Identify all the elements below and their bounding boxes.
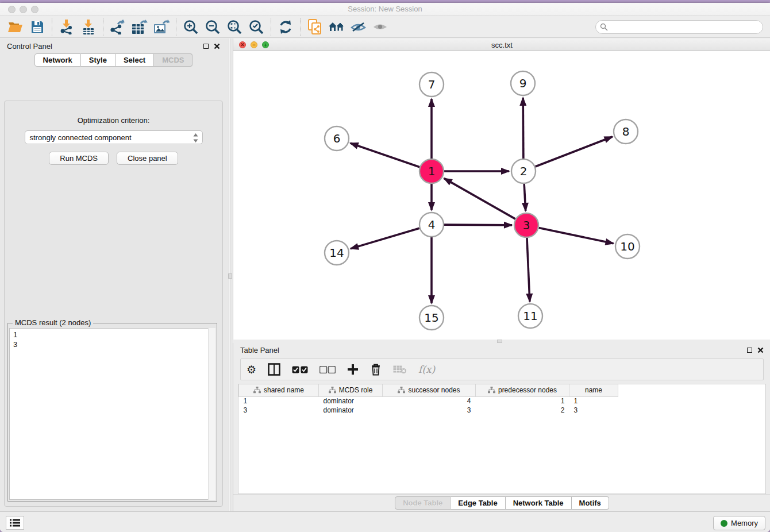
export-image-icon: [153, 20, 170, 34]
import-table-button[interactable]: [78, 18, 99, 36]
edge-3-1[interactable]: [444, 178, 515, 219]
houses-icon: [328, 21, 345, 33]
table-settings-button[interactable]: ⚙: [247, 364, 256, 375]
toolbar-separator: [103, 18, 103, 36]
table-panel-title: Table Panel: [240, 346, 279, 354]
node-3[interactable]: 3: [514, 213, 538, 237]
tab-node-table[interactable]: Node Table: [395, 496, 451, 510]
edge-2-9[interactable]: [523, 98, 523, 159]
titlebar: Session: New Session: [0, 3, 770, 16]
edge-1-6[interactable]: [351, 143, 420, 167]
window-title: Session: New Session: [0, 5, 770, 13]
mcds-result-text[interactable]: 1 3: [9, 328, 215, 500]
node-10[interactable]: 10: [615, 234, 640, 259]
task-history-button[interactable]: [6, 516, 24, 530]
function-builder-button: f(x): [418, 364, 435, 375]
tab-network[interactable]: Network: [34, 53, 81, 67]
tab-select[interactable]: Select: [116, 53, 154, 67]
run-mcds-button[interactable]: Run MCDS: [49, 152, 109, 165]
zoom-selected-icon: [249, 20, 264, 34]
zoom-out-icon: [205, 20, 220, 34]
edge-3-11[interactable]: [527, 238, 530, 302]
tab-edge-table[interactable]: Edge Table: [451, 496, 505, 510]
svg-text:4: 4: [428, 218, 436, 232]
tab-motifs[interactable]: Motifs: [572, 496, 609, 510]
select-all-columns-button[interactable]: [292, 366, 308, 373]
open-session-button[interactable]: [5, 18, 26, 36]
splitter-grip[interactable]: [228, 273, 232, 279]
control-panel: Control Panel NetworkStyleSelectMCDS Opt…: [0, 38, 227, 511]
node-1[interactable]: 1: [419, 159, 444, 183]
deselect-all-columns-button[interactable]: [319, 366, 336, 373]
table-row[interactable]: 3dominator323: [239, 406, 618, 415]
svg-text:14: 14: [329, 246, 344, 260]
edge-4-14[interactable]: [351, 228, 419, 249]
import-network-button[interactable]: [56, 18, 78, 36]
export-table-button[interactable]: [129, 18, 151, 36]
zoom-selected-button[interactable]: [245, 18, 267, 36]
column-header-MCDS-role[interactable]: MCDS role: [319, 384, 383, 396]
create-column-button[interactable]: [347, 364, 359, 375]
svg-text:15: 15: [424, 311, 438, 325]
node-6[interactable]: 6: [325, 126, 349, 151]
delete-column-button[interactable]: [370, 363, 382, 376]
edge-2-8[interactable]: [536, 137, 613, 167]
close-panel-icon[interactable]: [757, 347, 764, 353]
edge-2-3[interactable]: [524, 184, 526, 211]
node-2[interactable]: 2: [511, 159, 536, 183]
float-panel-icon[interactable]: [203, 44, 209, 49]
zoom-out-button[interactable]: [202, 18, 224, 36]
column-header-predecessor-nodes[interactable]: predecessor nodes: [476, 384, 569, 396]
tab-network-table[interactable]: Network Table: [506, 496, 572, 510]
hide-selected-button[interactable]: [348, 18, 369, 36]
optimization-criterion-label: Optimization criterion:: [5, 116, 222, 125]
svg-text:8: 8: [622, 125, 630, 138]
column-header-successor-nodes[interactable]: successor nodes: [383, 384, 476, 396]
column-header-name[interactable]: name: [569, 384, 618, 396]
close-panel-icon[interactable]: [214, 43, 220, 49]
zoom-in-button[interactable]: [180, 18, 202, 36]
result-scrollbar[interactable]: [208, 328, 215, 500]
table-row[interactable]: 1dominator411: [239, 396, 618, 406]
tree-icon: [488, 387, 495, 394]
node-4[interactable]: 4: [419, 213, 444, 237]
node-15[interactable]: 15: [419, 306, 444, 330]
svg-text:7: 7: [428, 78, 436, 91]
tab-style[interactable]: Style: [81, 53, 116, 67]
network-overview-button[interactable]: [304, 18, 326, 36]
save-session-button[interactable]: [26, 18, 48, 36]
tree-icon: [329, 387, 336, 394]
edge-4-3[interactable]: [444, 225, 512, 225]
list-icon: [10, 519, 20, 527]
network-graph[interactable]: 1234678910111415: [233, 51, 770, 340]
tab-mcds[interactable]: MCDS: [154, 53, 192, 67]
network-view-window: ✕ − ＋ scc.txt 1234678910111415: [233, 38, 770, 340]
home-layout-button[interactable]: [326, 18, 348, 36]
app-window: Session: New Session: [0, 3, 770, 532]
apply-layout-button[interactable]: [275, 18, 297, 36]
node-7[interactable]: 7: [419, 72, 444, 97]
close-panel-button[interactable]: Close panel: [117, 152, 178, 165]
export-image-button[interactable]: [151, 18, 172, 36]
criterion-dropdown[interactable]: strongly connected component: [25, 130, 203, 144]
svg-text:2: 2: [520, 164, 528, 178]
show-all-button[interactable]: [369, 18, 391, 36]
status-bar: Memory: [0, 511, 770, 532]
float-panel-icon[interactable]: [747, 348, 752, 353]
search-input[interactable]: [595, 20, 763, 34]
zoom-fit-button[interactable]: [224, 18, 245, 36]
zoom-fit-icon: [227, 20, 242, 34]
node-14[interactable]: 14: [325, 241, 349, 265]
node-9[interactable]: 9: [511, 71, 535, 95]
column-header-shared-name[interactable]: shared name: [239, 384, 319, 396]
node-11[interactable]: 11: [518, 304, 542, 328]
edge-3-10[interactable]: [539, 228, 614, 244]
show-columns-button[interactable]: [268, 363, 280, 376]
node-8[interactable]: 8: [614, 119, 638, 144]
memory-button[interactable]: Memory: [713, 516, 765, 530]
network-canvas[interactable]: 1234678910111415: [233, 51, 770, 340]
memory-label: Memory: [731, 519, 758, 527]
export-table-icon: [132, 20, 148, 34]
panel-splitter[interactable]: [227, 38, 233, 511]
export-network-button[interactable]: [107, 18, 129, 36]
